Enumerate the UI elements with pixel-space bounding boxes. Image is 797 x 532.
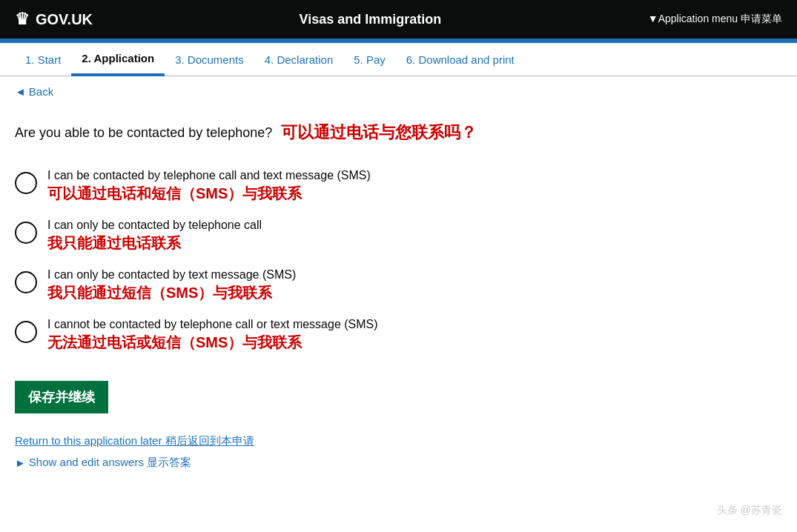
radio-option-1-en: I can be contacted by telephone call and… [47, 169, 371, 182]
radio-option-4-en: I cannot be contacted by telephone call … [47, 318, 378, 331]
application-menu-button[interactable]: ▼Application menu 申请菜单 [648, 13, 782, 26]
radio-item-2: I can only be contacted by telephone cal… [15, 211, 652, 261]
site-header: ♛ GOV.UK Visas and Immigration ▼Applicat… [0, 0, 797, 39]
bottom-links: Return to this application later 稍后返回到本申… [15, 434, 652, 492]
return-link[interactable]: Return to this application later 稍后返回到本申… [15, 434, 254, 447]
return-link-row: Return to this application later 稍后返回到本申… [15, 434, 652, 448]
watermark: 头条 @苏青瓷 [717, 504, 782, 507]
question-row: Are you able to be contacted by telephon… [15, 122, 652, 144]
radio-label-3[interactable]: I can only be contacted by text message … [47, 268, 296, 303]
back-arrow-icon: ◄ [15, 85, 26, 98]
tab-application[interactable]: 2. Application [71, 43, 165, 76]
step-navigation: 1. Start 2. Application 3. Documents 4. … [0, 43, 797, 76]
tab-download[interactable]: 6. Download and print [396, 44, 525, 75]
gov-uk-text: GOV.UK [36, 11, 93, 28]
radio-option-3-en: I can only be contacted by text message … [47, 268, 296, 282]
radio-option-2[interactable] [15, 222, 37, 244]
tab-start[interactable]: 1. Start [15, 44, 71, 75]
radio-option-4[interactable] [15, 321, 37, 343]
show-answers-row: ► Show and edit answers 显示答案 [15, 456, 652, 470]
radio-option-2-zh: 我只能通过电话联系 [47, 233, 262, 253]
radio-option-1[interactable] [15, 172, 37, 194]
main-content: Are you able to be contacted by telephon… [0, 107, 667, 507]
radio-item-4: I cannot be contacted by telephone call … [15, 310, 652, 360]
show-answers-en: Show and edit answers [29, 456, 144, 468]
crown-icon: ♛ [15, 10, 30, 29]
return-link-zh: 稍后返回到本申请 [165, 434, 254, 447]
back-navigation: ◄ Back [0, 76, 797, 107]
radio-option-1-zh: 可以通过电话和短信（SMS）与我联系 [47, 184, 371, 204]
radio-item-3: I can only be contacted by text message … [15, 261, 652, 310]
radio-group: I can be contacted by telephone call and… [15, 162, 652, 360]
tab-documents[interactable]: 3. Documents [165, 44, 254, 75]
question-zh: 可以通过电话与您联系吗？ [281, 122, 477, 144]
radio-option-3-zh: 我只能通过短信（SMS）与我联系 [47, 283, 296, 303]
radio-option-2-en: I can only be contacted by telephone cal… [47, 219, 262, 232]
radio-option-3[interactable] [15, 271, 37, 293]
radio-label-2[interactable]: I can only be contacted by telephone cal… [47, 219, 262, 253]
back-link[interactable]: ◄ Back [15, 85, 53, 98]
tab-declaration[interactable]: 4. Declaration [254, 44, 344, 75]
tab-pay[interactable]: 5. Pay [343, 44, 396, 75]
radio-label-1[interactable]: I can be contacted by telephone call and… [47, 169, 371, 204]
site-title: Visas and Immigration [300, 12, 442, 27]
show-answers-zh: 显示答案 [147, 456, 191, 468]
gov-uk-logo: ♛ GOV.UK [15, 10, 93, 29]
radio-option-4-zh: 无法通过电话或短信（SMS）与我联系 [47, 333, 378, 353]
question-en: Are you able to be contacted by telephon… [15, 125, 272, 141]
show-answers-arrow-icon: ► [15, 456, 26, 469]
radio-label-4[interactable]: I cannot be contacted by telephone call … [47, 318, 378, 353]
show-answers-link[interactable]: Show and edit answers 显示答案 [29, 456, 191, 470]
return-link-en: Return to this application later [15, 434, 162, 447]
save-continue-button[interactable]: 保存并继续 [15, 381, 108, 413]
radio-item-1: I can be contacted by telephone call and… [15, 162, 652, 211]
back-link-text: Back [29, 85, 53, 98]
